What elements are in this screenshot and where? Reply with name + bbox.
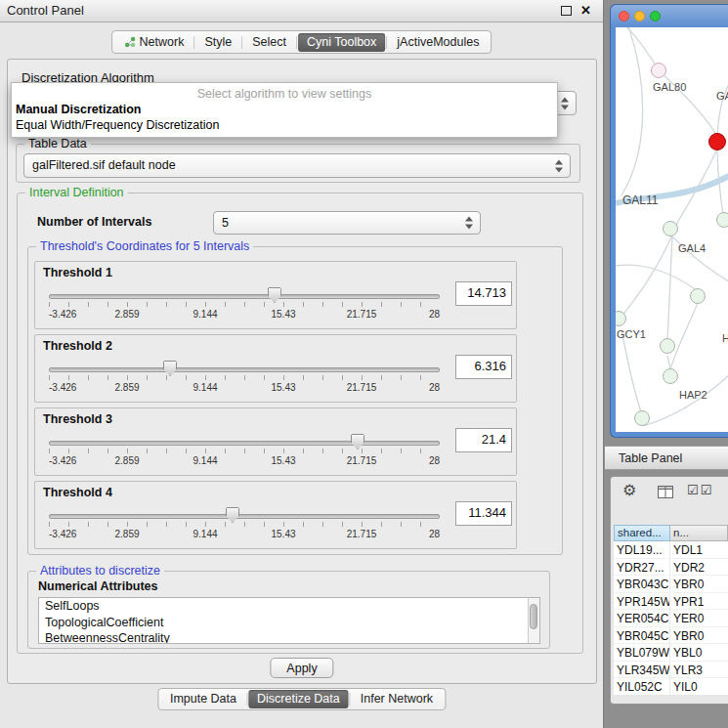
network-node-selected[interactable] [708,133,726,150]
column-header-shared-name[interactable]: shared... [614,525,670,541]
gear-icon[interactable]: ⚙ [622,482,636,499]
threshold-3-panel: Threshold 3 -3.426 2.859 9.144 15.43 21.… [34,407,517,476]
threshold-3-slider[interactable]: -3.426 2.859 9.144 15.43 21.715 28 [49,430,440,469]
tab-infer-network[interactable]: Infer Network [352,690,442,708]
slider-thumb[interactable] [226,507,239,523]
close-icon[interactable]: ✕ [580,3,591,18]
scale-label: 15.43 [271,455,295,466]
threshold-value-field[interactable]: 11.344 [455,501,512,526]
scale-label: -3.426 [49,382,76,393]
combo-arrows-icon [555,159,564,172]
threshold-value-field[interactable]: 21.4 [455,428,512,452]
table-data-group: Table Data galFiltered.sif default node [16,144,580,183]
threshold-4-slider[interactable]: -3.426 2.859 9.144 15.43 21.715 28 [49,503,440,542]
network-node[interactable] [634,410,650,426]
combo-arrows-icon [561,97,570,109]
scrollbar-thumb[interactable] [530,604,537,629]
table-columns-icon[interactable] [658,485,673,502]
network-node-label: GCY1 [617,328,646,340]
tab-network[interactable]: Network [115,33,193,52]
table-panel-header: Table Panel [605,446,728,470]
threshold-value-field[interactable]: 6.316 [455,355,512,379]
network-node[interactable] [663,221,678,236]
slider-thumb[interactable] [351,434,364,450]
float-window-icon[interactable] [561,6,572,16]
number-of-intervals-label: Number of Intervals [37,215,151,229]
threshold-2-slider[interactable]: -3.426 2.859 9.144 15.43 21.715 28 [49,357,440,396]
slider-track[interactable] [49,294,440,299]
slider-thumb[interactable] [163,361,177,376]
thresholds-group: Threshold's Coordinates for 5 Intervals … [27,246,563,555]
network-node-label: GAL11 [622,193,658,207]
scale-label: 15.43 [271,382,295,393]
slider-tick-marks [49,375,440,380]
table-data-combobox[interactable]: galFiltered.sif default node [23,153,571,178]
slider-track[interactable] [49,441,440,446]
table-row[interactable]: YBL079WYBL0 [614,644,728,662]
interval-definition-title: Interval Definition [25,186,128,199]
tab-cyni-toolbox[interactable]: Cyni Toolbox [298,33,385,52]
table-row[interactable]: YDL19...YDL1 [614,541,728,559]
select-columns-icons[interactable]: ☑☑ [687,483,713,497]
network-node-label: HAP2 [679,389,707,401]
table-data-title: Table Data [24,137,91,150]
network-node[interactable] [690,288,706,304]
zoom-traffic-light[interactable] [650,11,661,21]
table-row[interactable]: YER054CYER0 [614,610,728,627]
table-row[interactable]: YBR043CYBR0 [614,576,728,593]
tab-label: Network [140,36,185,49]
table-body: YDL19...YDL1 YDR27...YDR2 YBR043CYBR0 YP… [614,541,728,695]
slider-thumb[interactable] [268,287,281,303]
table-toolbar: ⚙ ☑☑ [611,477,728,506]
tab-separator [296,36,297,49]
tab-style[interactable]: Style [195,33,240,52]
minimize-traffic-light[interactable] [634,11,645,21]
number-of-intervals-combobox[interactable]: 5 [213,211,481,235]
network-node[interactable] [716,212,728,228]
numerical-attributes-label: Numerical Attributes [38,579,157,593]
scale-label: -3.426 [49,309,76,320]
threshold-value-field[interactable]: 14.713 [455,281,512,306]
scale-label: -3.426 [49,455,76,466]
scale-label: 21.715 [347,382,377,393]
tab-separator [241,36,242,49]
table-row[interactable]: YPR145WYPR1 [614,593,728,611]
table-row[interactable]: YDR27...YDR2 [614,559,728,577]
slider-scale: -3.426 2.859 9.144 15.43 21.715 28 [49,529,440,539]
network-view-window: GAL80 GA GAL11 GAL4 GCY1 H HAP2 [610,4,728,438]
scale-label: 15.43 [271,309,295,320]
network-node[interactable] [663,368,678,384]
table-row[interactable]: YLR345WYLR3 [614,662,728,679]
tab-impute-data[interactable]: Impute Data [161,690,245,708]
apply-button[interactable]: Apply [270,658,333,678]
threshold-label: Threshold 4 [43,486,112,499]
column-header-name[interactable]: n... [670,525,728,541]
table-row[interactable]: YIL052CYIL0 [614,678,728,695]
scale-label: 2.859 [114,455,139,466]
slider-scale: -3.426 2.859 9.144 15.43 21.715 28 [49,382,440,393]
network-canvas[interactable]: GAL80 GA GAL11 GAL4 GCY1 H HAP2 [616,27,728,432]
tab-separator [246,693,247,706]
attributes-group-title: Attributes to discretize [36,564,164,578]
list-scrollbar[interactable] [528,598,539,643]
scale-label: 15.43 [271,529,295,539]
threshold-1-slider[interactable]: -3.426 2.859 9.144 15.43 21.715 28 [49,283,440,322]
threshold-2-panel: Threshold 2 -3.426 2.859 9.144 15.43 21.… [34,334,517,403]
network-node[interactable] [660,338,675,354]
network-node[interactable] [651,63,666,78]
tab-separator [193,36,194,49]
control-panel-tabbar: Network Style Select Cyni Toolbox jActiv… [111,30,492,54]
close-traffic-light[interactable] [619,11,629,21]
table-row[interactable]: YBR045CYBR0 [614,627,728,645]
algorithm-dropdown-popup: Select algorithm to view settings Manual… [11,82,558,138]
algorithm-option-equal-width[interactable]: Equal Width/Frequency Discretization [12,117,557,133]
algorithm-option-manual[interactable]: Manual Discretization [12,102,557,117]
list-item[interactable]: BetweennessCentrality [39,630,539,644]
tab-discretize-data[interactable]: Discretize Data [248,690,349,708]
slider-track[interactable] [49,367,440,372]
slider-track[interactable] [49,514,440,519]
list-item[interactable]: TopologicalCoefficient [39,615,539,631]
tab-select[interactable]: Select [243,33,295,52]
tab-jactivemodules[interactable]: jActiveModules [388,33,488,52]
list-item[interactable]: SelfLoops [39,598,539,615]
